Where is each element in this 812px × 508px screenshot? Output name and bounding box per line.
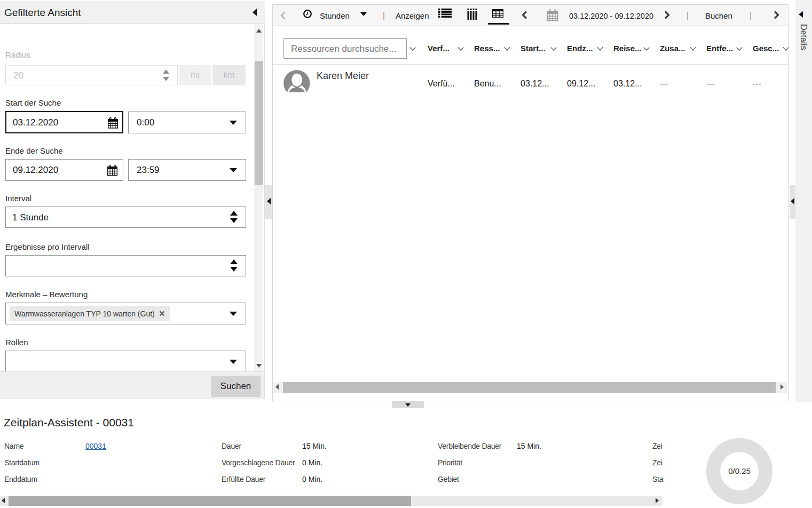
svg-text:0/0.25: 0/0.25	[728, 466, 751, 475]
